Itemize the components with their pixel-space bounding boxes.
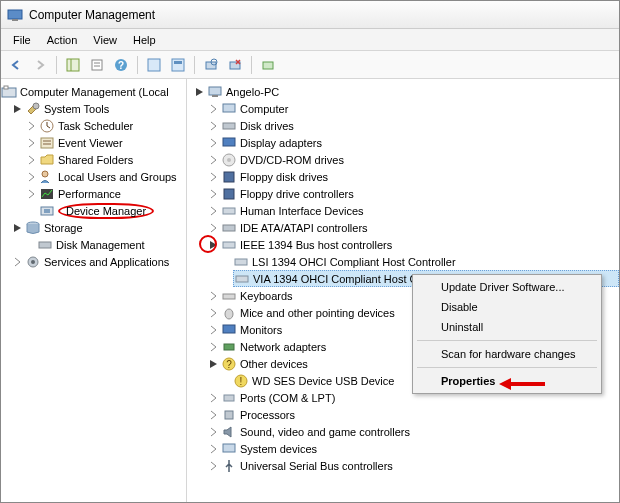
- ctx-properties[interactable]: Properties: [415, 371, 599, 391]
- expand-icon[interactable]: [26, 171, 38, 183]
- storage-icon: [25, 220, 41, 236]
- nav-local-users[interactable]: Local Users and Groups: [25, 168, 186, 185]
- computer-icon: [221, 101, 237, 117]
- expand-icon[interactable]: [208, 290, 220, 302]
- label: Event Viewer: [58, 137, 123, 149]
- nav-system-tools[interactable]: System Tools: [11, 100, 186, 117]
- scan-hardware-button[interactable]: [200, 54, 222, 76]
- nav-storage[interactable]: Storage: [11, 219, 186, 236]
- dvd-icon: [221, 152, 237, 168]
- expand-icon[interactable]: [26, 188, 38, 200]
- collapse-icon[interactable]: [208, 358, 220, 370]
- nav-task-scheduler[interactable]: Task Scheduler: [25, 117, 186, 134]
- forward-button[interactable]: [29, 54, 51, 76]
- nav-disk-management[interactable]: Disk Management: [37, 236, 186, 253]
- expand-icon[interactable]: [208, 307, 220, 319]
- back-button[interactable]: [5, 54, 27, 76]
- svg-rect-35: [223, 138, 235, 146]
- ctx-separator: [417, 367, 597, 368]
- device-floppy-ctrl[interactable]: Floppy drive controllers: [207, 185, 619, 202]
- device-processors[interactable]: Processors: [207, 406, 619, 423]
- performance-icon: [39, 186, 55, 202]
- ctx-update-driver[interactable]: Update Driver Software...: [415, 277, 599, 297]
- event-icon: [39, 135, 55, 151]
- nav-services-apps[interactable]: Services and Applications: [11, 253, 186, 270]
- collapse-icon[interactable]: [12, 103, 24, 115]
- expand-icon[interactable]: [208, 154, 220, 166]
- expand-icon[interactable]: [208, 120, 220, 132]
- enable-button[interactable]: [257, 54, 279, 76]
- collapse-icon[interactable]: [194, 86, 206, 98]
- expand-icon[interactable]: [208, 222, 220, 234]
- expand-icon[interactable]: [208, 341, 220, 353]
- device-display[interactable]: Display adapters: [207, 134, 619, 151]
- nav-shared-folders[interactable]: Shared Folders: [25, 151, 186, 168]
- tools-icon: [25, 101, 41, 117]
- folder-share-icon: [39, 152, 55, 168]
- view-button-2[interactable]: [167, 54, 189, 76]
- ctx-uninstall[interactable]: Uninstall: [415, 317, 599, 337]
- svg-point-18: [33, 103, 39, 109]
- svg-rect-20: [41, 138, 53, 148]
- device-disk-drives[interactable]: Disk drives: [207, 117, 619, 134]
- expand-icon[interactable]: [208, 460, 220, 472]
- label: Monitors: [240, 324, 282, 336]
- view-button-1[interactable]: [143, 54, 165, 76]
- device-system[interactable]: System devices: [207, 440, 619, 457]
- users-icon: [39, 169, 55, 185]
- svg-rect-48: [224, 344, 234, 350]
- nav-device-manager[interactable]: Device Manager: [25, 202, 186, 219]
- menu-file[interactable]: File: [5, 32, 39, 48]
- svg-rect-34: [223, 123, 235, 129]
- help-button[interactable]: ?: [110, 54, 132, 76]
- collapse-icon[interactable]: [208, 239, 220, 251]
- nav-event-viewer[interactable]: Event Viewer: [25, 134, 186, 151]
- device-ieee1394[interactable]: IEEE 1394 Bus host controllers: [207, 236, 619, 253]
- nav-performance[interactable]: Performance: [25, 185, 186, 202]
- label: System devices: [240, 443, 317, 455]
- expand-icon[interactable]: [208, 188, 220, 200]
- device-computer[interactable]: Computer: [207, 100, 619, 117]
- nav-root[interactable]: Computer Management (Local: [1, 83, 186, 100]
- device-lsi-1394[interactable]: LSI 1394 OHCI Compliant Host Controller: [233, 253, 619, 270]
- expand-icon[interactable]: [208, 171, 220, 183]
- expand-icon[interactable]: [26, 120, 38, 132]
- label: Display adapters: [240, 137, 322, 149]
- expand-icon[interactable]: [208, 426, 220, 438]
- uninstall-button[interactable]: [224, 54, 246, 76]
- device-hid[interactable]: Human Interface Devices: [207, 202, 619, 219]
- svg-rect-2: [67, 59, 79, 71]
- expand-icon[interactable]: [208, 205, 220, 217]
- expand-icon[interactable]: [208, 137, 220, 149]
- svg-point-30: [31, 260, 35, 264]
- label: Device Manager: [58, 203, 154, 219]
- ctx-disable[interactable]: Disable: [415, 297, 599, 317]
- label: Shared Folders: [58, 154, 133, 166]
- device-dvd[interactable]: DVD/CD-ROM drives: [207, 151, 619, 168]
- collapse-icon[interactable]: [12, 222, 24, 234]
- expand-icon[interactable]: [208, 324, 220, 336]
- expand-icon[interactable]: [12, 256, 24, 268]
- device-usb[interactable]: Universal Serial Bus controllers: [207, 457, 619, 474]
- expand-icon[interactable]: [208, 409, 220, 421]
- show-hide-tree-button[interactable]: [62, 54, 84, 76]
- properties-button[interactable]: [86, 54, 108, 76]
- expand-icon[interactable]: [208, 443, 220, 455]
- expand-icon[interactable]: [208, 103, 220, 115]
- expand-icon[interactable]: [26, 137, 38, 149]
- svg-rect-33: [223, 104, 235, 112]
- expand-icon[interactable]: [26, 154, 38, 166]
- cpu-icon: [221, 407, 237, 423]
- menu-action[interactable]: Action: [39, 32, 86, 48]
- menu-view[interactable]: View: [85, 32, 125, 48]
- window-title: Computer Management: [29, 8, 155, 22]
- device-floppy-disk[interactable]: Floppy disk drives: [207, 168, 619, 185]
- device-ide[interactable]: IDE ATA/ATAPI controllers: [207, 219, 619, 236]
- device-root[interactable]: Angelo-PC: [193, 83, 619, 100]
- menu-help[interactable]: Help: [125, 32, 164, 48]
- toolbar-separator: [137, 56, 138, 74]
- nav-root-label: Computer Management (Local: [20, 86, 169, 98]
- expand-icon[interactable]: [208, 392, 220, 404]
- device-sound[interactable]: Sound, video and game controllers: [207, 423, 619, 440]
- ctx-scan-hardware[interactable]: Scan for hardware changes: [415, 344, 599, 364]
